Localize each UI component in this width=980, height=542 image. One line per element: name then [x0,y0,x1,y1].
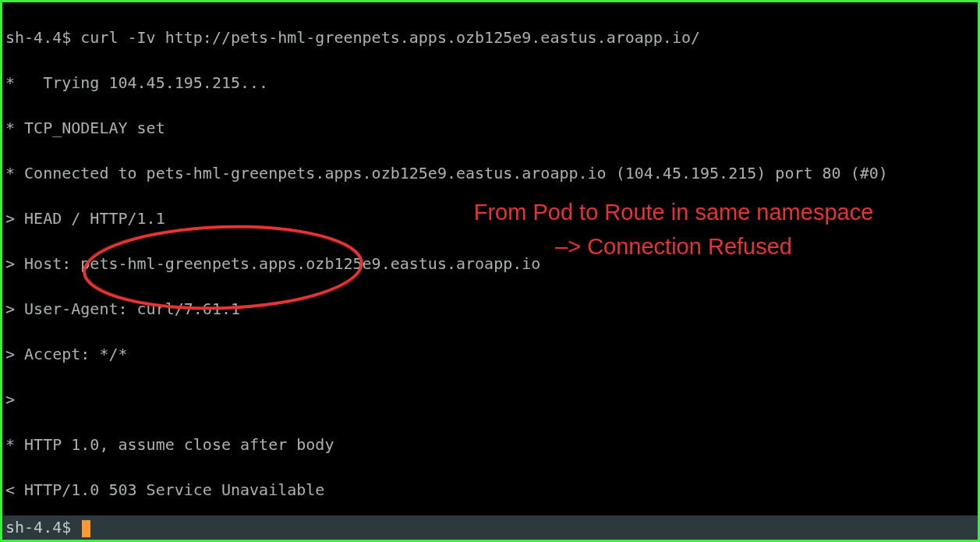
output-line: * Connected to pets-hml-greenpets.apps.o… [5,162,975,185]
output-line: > [5,388,975,411]
terminal-output: sh-4.4$ curl -Iv http://pets-hml-greenpe… [2,2,978,542]
shell-prompt: sh-4.4$ [5,518,80,537]
terminal-prompt-bar[interactable]: sh-4.4$ [0,515,980,542]
output-line: < HTTP/1.0 503 Service Unavailable [5,479,975,501]
output-line: > Accept: */* [5,343,975,366]
output-line: > User-Agent: curl/7.61.1 [5,298,975,321]
output-line: * TCP_NODELAY set [5,117,975,140]
curl-command: curl -Iv http://pets-hml-greenpets.apps.… [80,28,700,47]
output-line: * HTTP 1.0, assume close after body [5,434,975,456]
output-line: * Trying 104.45.195.215... [5,72,975,94]
shell-prompt: sh-4.4$ [5,28,80,47]
cursor-icon [82,520,90,537]
annotation-text: From Pod to Route in same namespace –> C… [471,196,876,264]
